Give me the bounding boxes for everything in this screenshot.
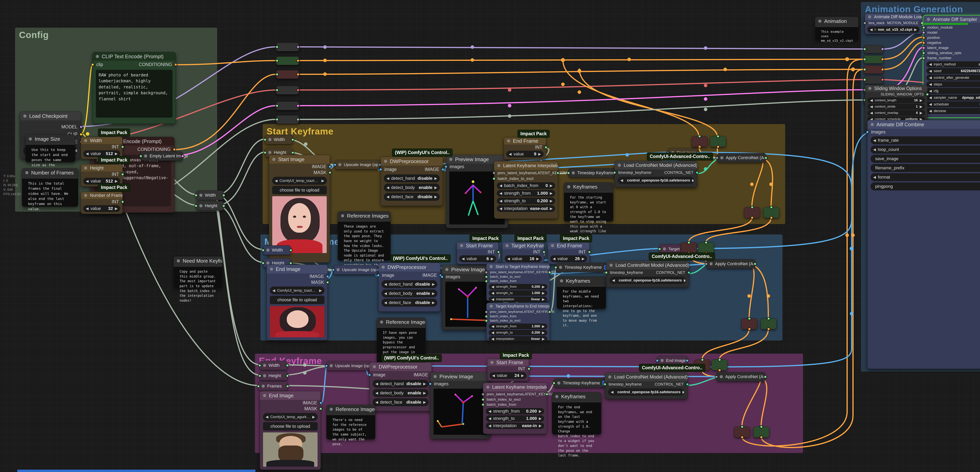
node-number-of-frames-int[interactable]: Number of Frames INT ◀value32▶	[81, 192, 123, 214]
reroute-height[interactable]: Height	[196, 201, 224, 211]
output-port[interactable]	[687, 271, 690, 274]
reroute-cond-pos-start[interactable]	[692, 136, 708, 147]
filename-prefix-widget[interactable]: filename_prefixAnimateDiff/AD	[871, 164, 980, 172]
output-port[interactable]	[926, 93, 929, 96]
input-port[interactable]	[603, 383, 607, 386]
image-file-widget[interactable]: ◀ComfyUI_temp_tzazt_00013_.png [temp]▶	[270, 286, 325, 294]
output-port-int[interactable]	[497, 250, 500, 254]
input-port[interactable]	[922, 26, 925, 29]
node-interp-target-to-end[interactable]: Target Keyframe to End Interpolation pre…	[486, 303, 550, 341]
save-image-toggle[interactable]: save_imagetrue	[871, 155, 980, 163]
node-apply-controlnet-start[interactable]: Apply ControlNet (Ad	[717, 153, 766, 162]
node-start-frame-end[interactable]: Start Frame INT ◀value24▶	[487, 359, 529, 381]
note-reference-images-end[interactable]: Reference Images There's no need for the…	[326, 405, 375, 439]
reroute-vae-anim[interactable]	[864, 76, 884, 84]
node-latent-keyframe-interpolation-start[interactable]: Latent Keyframe Interpolation¼ⒶⒸⓃ prev_l…	[494, 161, 558, 219]
node-start-frame-middle[interactable]: Start Frame INT ◀value6▶	[457, 242, 499, 264]
output-port-motion-module[interactable]	[920, 21, 924, 25]
reroute-latent[interactable]	[276, 102, 299, 110]
input-port[interactable]	[492, 171, 496, 175]
node-end-image-loader-middle[interactable]: End Image IMAGE MASK ◀ComfyUI_temp_tzazt…	[267, 265, 328, 340]
node-end-image-loader-end[interactable]: End Image IMAGE MASK ◀ComfyUI_temp_agurk…	[260, 391, 321, 470]
node-timestep-keyframe-middle[interactable]: Timestep Keyframe¼	[556, 263, 607, 272]
note-reference-images-start[interactable]: Reference Images These images are only u…	[338, 211, 391, 261]
sampler-name-widget[interactable]: ◀sampler_namedpmpp_sde_gpu▶	[926, 95, 980, 100]
input-port[interactable]	[922, 46, 925, 49]
node-target-keyframe-middle[interactable]: Target Keyframe INT ◀value16▶	[502, 242, 544, 264]
output-port-int[interactable]	[527, 367, 531, 370]
prompt-text[interactable]: RAW photo of bearded lumberjackman, high…	[96, 70, 172, 118]
format-widget[interactable]: ◀formatvideo/h264-mp4▶	[871, 173, 980, 181]
upload-button[interactable]: choose file to upload	[270, 296, 325, 304]
node-animate-diff-module-loader[interactable]: Animate Diff Module Loader lora_stackMOT…	[865, 13, 922, 34]
reroute-cond-pos-end-out[interactable]	[734, 426, 750, 437]
node-preview-image-end[interactable]: Preview Image images	[430, 372, 490, 439]
note-keyframes-end[interactable]: Keyframes For the end keyframes, we end …	[552, 392, 601, 435]
input-port[interactable]	[922, 31, 925, 34]
output-port-latent[interactable]	[181, 154, 184, 158]
value-widget[interactable]: ◀value24▶	[490, 372, 527, 379]
detect-hand-widget[interactable]: ◀detect_handdisable▶	[382, 280, 437, 288]
node-dwpreprocessor-end[interactable]: DWPreprocessor imageIMAGE ◀detect_handdi…	[369, 362, 432, 411]
output-port[interactable]	[556, 171, 560, 175]
input-port-images[interactable]	[441, 275, 444, 278]
strength-to-widget[interactable]: ◀strength_to0.200▶	[489, 330, 547, 335]
controlnet-name-widget[interactable]: ◀control_net_namecontrol_openpose-fp16.s…	[608, 388, 684, 396]
strength-to-widget[interactable]: ◀strength_to0.200▶	[497, 197, 555, 204]
upload-button[interactable]: choose file to upload	[263, 422, 318, 431]
output-port-conditioning[interactable]	[173, 148, 176, 151]
input-port[interactable]	[922, 41, 925, 44]
reroute-width-start[interactable]: Width	[265, 135, 293, 144]
scheduler-widget[interactable]: ◀schedulerkarras▶	[926, 101, 980, 107]
input-port[interactable]	[922, 36, 925, 40]
reroute-cond-neg-middle-out[interactable]	[760, 318, 776, 329]
context-stride-widget[interactable]: ◀context_stride1▶	[867, 104, 925, 110]
output-port-int[interactable]	[121, 173, 124, 176]
node-dwpreprocessor-start[interactable]: DWPreprocessor imageIMAGE ◀detect_handdi…	[381, 157, 443, 206]
batch-index-from-widget[interactable]: ◀batch_index_from0▶	[497, 182, 555, 189]
output-port[interactable]	[695, 171, 699, 174]
output-port-image[interactable]	[319, 401, 323, 405]
image-file-widget[interactable]: ◀ComfyUI_temp_agurk_00005_.png [temp]▶	[263, 413, 318, 421]
node-load-controlnet-start[interactable]: Load ControlNet Model (Advanced)¼ⒶⒸⓃ tim…	[614, 161, 697, 188]
output-port-mask[interactable]	[326, 281, 329, 284]
context-overlap-widget[interactable]: ◀context_overlap4▶	[867, 110, 925, 116]
output-port-int[interactable]	[588, 250, 591, 254]
detect-body-widget[interactable]: ◀detect_bodyenable▶	[382, 289, 437, 297]
interpolation-widget[interactable]: ◀interpolationlinear▶	[489, 297, 547, 302]
detect-face-widget[interactable]: ◀detect_facedisable▶	[382, 299, 437, 307]
model-name-widget[interactable]: ◀model_namemm_sd_v15_v2.ckpt▶	[867, 27, 920, 33]
reroute-cond-pos-middle[interactable]	[681, 242, 697, 253]
strength-from-widget[interactable]: ◀strength_from0.200▶	[486, 408, 544, 414]
reroute-width-middle[interactable]: Width	[263, 245, 291, 255]
input-port-image[interactable]	[379, 168, 382, 171]
detect-face-widget[interactable]: ◀detect_facedisable▶	[373, 398, 428, 406]
reroute-positive-anim[interactable]	[864, 55, 884, 64]
input-port[interactable]	[922, 56, 925, 60]
loop-count-widget[interactable]: ◀loop_count0▶	[871, 146, 980, 154]
reroute-frames-end[interactable]: Frames	[258, 381, 288, 391]
node-load-controlnet-end[interactable]: Load ControlNet Model (Advanced)¼ⒶⒸⓃ tim…	[605, 372, 687, 399]
output-port-int[interactable]	[542, 250, 546, 254]
context-length-widget[interactable]: ◀context_length16▶	[867, 98, 925, 103]
reroute-negative[interactable]	[276, 70, 299, 79]
input-port-image[interactable]	[377, 273, 380, 277]
output-port-mask[interactable]	[319, 407, 323, 410]
output-port-model[interactable]	[80, 125, 83, 129]
node-dwpreprocessor-middle[interactable]: DWPreprocessor imageIMAGE ◀detect_handdi…	[378, 263, 441, 311]
strength-from-widget[interactable]: ◀strength_from1.000▶	[497, 190, 555, 197]
node-end-frame-start[interactable]: End Frame INT ◀value9▶	[504, 137, 546, 160]
node-width-int[interactable]: Width INT ◀value512▶	[81, 137, 123, 159]
reroute-cond-pos-start-out[interactable]	[744, 207, 760, 218]
node-latent-keyframe-interpolation-end[interactable]: Latent Keyframe Interpolation¼ⒶⒸⓃ prev_l…	[483, 383, 547, 434]
note-keyframes-start[interactable]: Keyframes For the starting keyframe, we …	[564, 182, 613, 221]
upload-button[interactable]: choose file to upload	[272, 186, 327, 194]
node-animate-diff-combine[interactable]: Animate Diff Combine images ◀frame_rate1…	[867, 120, 980, 369]
input-port[interactable]	[492, 177, 496, 180]
note-image-size[interactable]: Image Size Use this to keep the start an…	[25, 135, 75, 162]
reroute-width[interactable]: Width	[196, 191, 224, 200]
reroute-cond-neg-end-out[interactable]	[753, 426, 769, 437]
image-file-widget[interactable]: ◀ComfyUI_temp_tzazt_00015_.png [temp]▶	[272, 177, 327, 184]
input-port-lora-stack[interactable]	[863, 21, 867, 25]
output-port-int[interactable]	[121, 200, 124, 203]
